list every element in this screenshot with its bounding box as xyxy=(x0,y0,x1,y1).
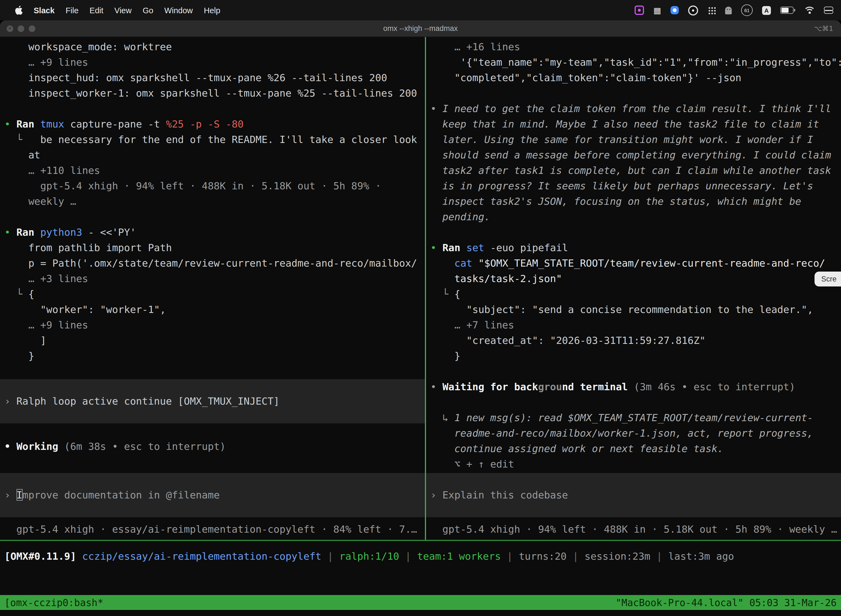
right-prompt-input[interactable]: › Explain this codebase xyxy=(426,473,841,517)
terminal-line: ↳ 1 new msg(s): read $OMX_TEAM_STATE_ROO… xyxy=(431,410,841,425)
text-segment: continue assigned work or next feasible … xyxy=(431,443,724,454)
tmux-panes: workspace_mode: worktree … +9 lines insp… xyxy=(0,37,841,541)
text-segment: gpt-5.4 xhigh · essay/ai-reimplementatio… xyxy=(4,523,417,535)
terminal-line: › Improve documentation in @filename xyxy=(4,487,425,503)
text-segment: turns:20 xyxy=(519,550,573,562)
terminal-window: × omx --xhigh --madmax ⌥⌘1 workspace_mod… xyxy=(0,21,841,616)
terminal-line: gpt-5.4 xhigh · 94% left · 488K in · 5.1… xyxy=(431,522,841,537)
raycast-icon[interactable] xyxy=(671,6,679,14)
text-segment: workspace_mode: worktree xyxy=(4,41,172,53)
text-segment: • xyxy=(431,103,442,114)
text-segment: { xyxy=(454,288,460,300)
wifi-icon[interactable] xyxy=(804,6,815,14)
text-segment: | xyxy=(656,550,668,562)
text-segment: pending. xyxy=(431,211,490,223)
text-segment: | xyxy=(405,550,417,562)
menubar-app-name[interactable]: Slack xyxy=(28,6,60,15)
text-segment: tasks/task-2.json" xyxy=(431,273,562,284)
text-segment: cczip/essay/ai-reimplementation-copyleft xyxy=(82,550,328,562)
terminal-line: ⌥ + ↑ edit xyxy=(431,456,841,472)
text-segment: • xyxy=(4,118,16,130)
text-segment: last:3m ago xyxy=(668,550,734,562)
terminal-line xyxy=(4,101,425,116)
input-source-icon[interactable]: A xyxy=(762,6,771,15)
terminal-line: workspace_mode: worktree xyxy=(4,39,425,55)
menubar-left: Slack File Edit View Go Window Help xyxy=(0,6,226,15)
omx-session-status-line: [OMX#0.11.9] cczip/essay/ai-reimplementa… xyxy=(4,549,734,564)
text-segment: ralph:1/10 xyxy=(339,550,405,562)
menu-window[interactable]: Window xyxy=(159,6,198,15)
text-segment: • xyxy=(431,242,442,253)
terminal-line: └ { xyxy=(4,286,425,302)
text-segment: | xyxy=(507,550,519,562)
window-grid-icon[interactable]: ▦ xyxy=(653,6,661,14)
terminal-line: readme-and-reco/mailbox/worker-1.json, a… xyxy=(431,425,841,441)
terminal-line: • I need to get the claim token from the… xyxy=(431,101,841,116)
text-segment: Ran xyxy=(442,242,466,253)
terminal-line: at xyxy=(4,147,425,163)
text-segment: "completed","claim_token":"claim-token"}… xyxy=(431,72,741,84)
window-title: omx --xhigh --madmax xyxy=(0,21,841,37)
screen-notification-tooltip[interactable]: Scre xyxy=(815,271,841,286)
battery-percent-badge[interactable]: 61 xyxy=(741,4,753,16)
terminal-line: … +7 lines xyxy=(431,317,841,333)
text-segment: cat xyxy=(454,257,478,269)
menu-help[interactable]: Help xyxy=(198,6,226,15)
control-center-icon[interactable] xyxy=(824,7,833,14)
left-terminal-pane[interactable]: workspace_mode: worktree … +9 lines insp… xyxy=(0,37,425,540)
macos-menubar: Slack File Edit View Go Window Help ▦ 61… xyxy=(0,0,841,21)
terminal-line: continue assigned work or next feasible … xyxy=(431,441,841,456)
text-segment: keep that in mind. Maybe I also need the… xyxy=(431,118,819,130)
terminal-line: … +110 lines xyxy=(4,163,425,178)
terminal-line: should send a message before completing … xyxy=(431,147,841,163)
menu-go[interactable]: Go xyxy=(137,6,159,15)
text-segment: later. Using the same for transition mig… xyxy=(431,133,813,145)
terminal-line: } xyxy=(4,348,425,364)
dots-grid-icon[interactable] xyxy=(708,6,716,14)
terminal-line xyxy=(4,209,425,224)
terminal-line: } xyxy=(431,348,841,364)
screen-recording-indicator-icon[interactable] xyxy=(634,6,644,15)
text-segment: Ran xyxy=(16,118,40,130)
terminal-line: inspect_hud: omx sparkshell --tmux-pane … xyxy=(4,70,425,85)
text-segment: "subject": "send a concise recommendatio… xyxy=(431,304,813,315)
text-segment: Ralph loop active continue [OMX_TMUX_INJ… xyxy=(16,395,280,407)
terminal-line xyxy=(431,395,841,410)
text-segment: task2 after task1 is complete, but can I… xyxy=(431,164,831,176)
left-prompt-input[interactable]: › Improve documentation in @filename xyxy=(0,473,425,517)
text-segment: -euo pipefail xyxy=(490,242,568,253)
text-segment: '{"team_name":"my-team","task_id":"1","f… xyxy=(431,56,841,68)
window-titlebar[interactable]: × omx --xhigh --madmax ⌥⌘1 xyxy=(0,21,841,37)
terminal-line: "completed","claim_token":"claim-token"}… xyxy=(431,70,841,85)
text-segment: | xyxy=(573,550,585,562)
menu-edit[interactable]: Edit xyxy=(84,6,109,15)
text-segment: ⌥ + ↑ edit xyxy=(431,458,514,470)
text-segment: team:1 workers xyxy=(417,550,507,562)
apple-menu[interactable] xyxy=(9,6,28,15)
menu-view[interactable]: View xyxy=(109,6,137,15)
terminal-line: ] xyxy=(4,333,425,348)
text-segment: nd terminal xyxy=(562,381,634,392)
menu-file[interactable]: File xyxy=(60,6,84,15)
window-shortcut-hint: ⌥⌘1 xyxy=(814,21,833,37)
ghost-app-icon[interactable] xyxy=(725,6,732,14)
text-segment: "worker": "worker-1", xyxy=(4,304,166,315)
text-segment: p = Path('.omx/state/team/review-current… xyxy=(4,257,417,269)
text-segment: "$OMX_TEAM_STATE_ROOT/team/review-curren… xyxy=(478,257,825,269)
left-working-status: • Working (6m 38s • esc to interrupt) xyxy=(4,423,425,454)
apple-icon xyxy=(14,6,23,15)
text-segment: › xyxy=(431,489,442,501)
text-segment: … +9 lines xyxy=(4,319,88,331)
text-segment: python3 xyxy=(40,226,88,238)
terminal-content: workspace_mode: worktree … +9 lines insp… xyxy=(0,37,841,616)
left-pane-footer: gpt-5.4 xhigh · essay/ai-reimplementatio… xyxy=(4,522,425,537)
text-segment: └ xyxy=(4,288,28,300)
text-segment: } xyxy=(431,350,460,362)
text-segment: grou xyxy=(538,381,562,392)
battery-icon[interactable] xyxy=(780,7,795,14)
disc-app-icon[interactable] xyxy=(688,5,698,15)
right-terminal-pane[interactable]: … +16 lines '{"team_name":"my-team","tas… xyxy=(426,37,841,540)
text-segment: (6m 38s • esc to interrupt) xyxy=(64,440,226,452)
text-segment: └ xyxy=(431,288,454,300)
text-segment: inspect_hud: omx sparkshell --tmux-pane … xyxy=(4,72,387,84)
